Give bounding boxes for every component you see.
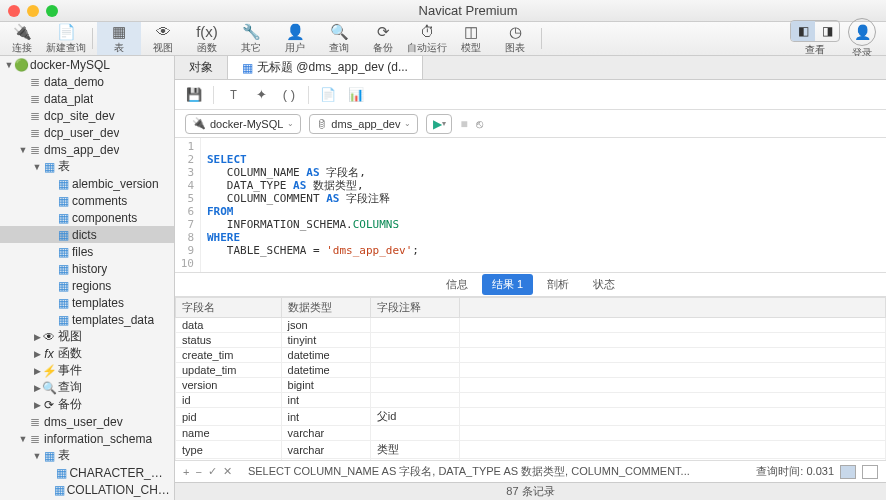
toolbar-label: 用户 <box>285 41 305 55</box>
col-header[interactable]: 字段注释 <box>370 298 459 318</box>
tree-node-dcp_site_dev[interactable]: ≣dcp_site_dev <box>0 107 174 124</box>
disclosure-icon[interactable]: ▼ <box>18 145 28 155</box>
server-combo[interactable]: 🔌 docker-MySQL⌄ <box>185 114 301 134</box>
sql-editor[interactable]: 12345678910 SELECT COLUMN_NAME AS 字段名, D… <box>175 138 886 273</box>
chart-icon[interactable]: 📊 <box>347 86 365 104</box>
table-row[interactable]: namevarchar <box>176 426 886 441</box>
tree-node-dms_app_dev[interactable]: ▼≣dms_app_dev <box>0 141 174 158</box>
toolbar-表[interactable]: ▦表 <box>97 22 141 55</box>
toolbar-用户[interactable]: 👤用户 <box>273 22 317 55</box>
tree-node-docker-MySQL[interactable]: ▼🟢docker-MySQL <box>0 56 174 73</box>
disclosure-icon[interactable]: ▼ <box>4 60 14 70</box>
tab-info[interactable]: 信息 <box>436 274 478 295</box>
col-header[interactable]: 字段名 <box>176 298 282 318</box>
tree-node-data_demo[interactable]: ≣data_demo <box>0 73 174 90</box>
col-header[interactable]: 数据类型 <box>281 298 370 318</box>
toolbar-备份[interactable]: ⟳备份 <box>361 22 405 55</box>
tab-status[interactable]: 状态 <box>583 274 625 295</box>
disclosure-icon[interactable]: ▼ <box>18 434 28 444</box>
stop-button[interactable]: ■ <box>460 117 467 131</box>
tab-query[interactable]: ▦ 无标题 @dms_app_dev (d... <box>228 56 423 79</box>
tree-node-CHARACTER_SETS[interactable]: ▦CHARACTER_SETS <box>0 464 174 481</box>
tree-node-事件[interactable]: ▶⚡事件 <box>0 362 174 379</box>
explain-button[interactable]: ⎋ <box>476 117 483 131</box>
save-icon[interactable]: 💾 <box>185 86 203 104</box>
tree-node-dcp_user_dev[interactable]: ≣dcp_user_dev <box>0 124 174 141</box>
tree-node-dicts[interactable]: ▦dicts <box>0 226 174 243</box>
panel-left-icon[interactable]: ◧ <box>791 21 815 41</box>
form-view-icon[interactable] <box>862 465 878 479</box>
toolbar-label: 视图 <box>153 41 173 55</box>
toolbar-自动运行[interactable]: ⏱自动运行 <box>405 22 449 55</box>
indent-icon[interactable]: Ｔ <box>224 86 242 104</box>
toolbar-label: 图表 <box>505 41 525 55</box>
toolbar-查询[interactable]: 🔍查询 <box>317 22 361 55</box>
grid-view-icon[interactable] <box>840 465 856 479</box>
toolbar-模型[interactable]: ◫模型 <box>449 22 493 55</box>
toolbar-视图[interactable]: 👁视图 <box>141 22 185 55</box>
table-row[interactable]: pidint父id <box>176 408 886 426</box>
toolbar-其它[interactable]: 🔧其它 <box>229 22 273 55</box>
tree-node-表[interactable]: ▼▦表 <box>0 158 174 175</box>
statusbar-sql: SELECT COLUMN_NAME AS 字段名, DATA_TYPE AS … <box>248 464 740 479</box>
table-row[interactable]: datajson <box>176 318 886 333</box>
tree-node-comments[interactable]: ▦comments <box>0 192 174 209</box>
toolbar-图表[interactable]: ◷图表 <box>493 22 537 55</box>
disclosure-icon[interactable]: ▶ <box>32 383 42 393</box>
tree-node-dms_user_dev[interactable]: ≣dms_user_dev <box>0 413 174 430</box>
node-label: information_schema <box>44 432 152 446</box>
tree-node-视图[interactable]: ▶👁视图 <box>0 328 174 345</box>
db-combo[interactable]: 🛢 dms_app_dev⌄ <box>309 114 418 134</box>
table-row[interactable]: typevarchar类型 <box>176 441 886 459</box>
tree-node-alembic_version[interactable]: ▦alembic_version <box>0 175 174 192</box>
tree-node-templates[interactable]: ▦templates <box>0 294 174 311</box>
disclosure-icon[interactable]: ▼ <box>32 162 42 172</box>
panel-right-icon[interactable]: ◨ <box>815 21 839 41</box>
tree-node-regions[interactable]: ▦regions <box>0 277 174 294</box>
close-window-icon[interactable] <box>8 5 20 17</box>
tree-node-components[interactable]: ▦components <box>0 209 174 226</box>
disclosure-icon[interactable]: ▶ <box>32 400 42 410</box>
disclosure-icon[interactable]: ▶ <box>32 366 42 376</box>
run-button[interactable]: ▶▾ <box>426 114 452 134</box>
tab-result[interactable]: 结果 1 <box>482 274 533 295</box>
tab-bar: 对象 ▦ 无标题 @dms_app_dev (d... <box>175 56 886 80</box>
toolbar-连接[interactable]: 🔌连接 <box>0 22 44 55</box>
table-row[interactable]: update_timdatetime <box>176 363 886 378</box>
tree-node-files[interactable]: ▦files <box>0 243 174 260</box>
table-row[interactable]: create_timdatetime <box>176 348 886 363</box>
login-button[interactable]: 👤 <box>848 18 876 46</box>
tree-node-data_plat[interactable]: ≣data_plat <box>0 90 174 107</box>
tree-node-history[interactable]: ▦history <box>0 260 174 277</box>
tab-objects[interactable]: 对象 <box>175 56 228 79</box>
toolbar-新建查询[interactable]: 📄新建查询 <box>44 22 88 55</box>
format-icon[interactable]: ✦ <box>252 86 270 104</box>
tree-node-备份[interactable]: ▶⟳备份 <box>0 396 174 413</box>
chevron-down-icon: ⌄ <box>404 119 411 128</box>
disclosure-icon[interactable]: ▶ <box>32 332 42 342</box>
add-row-icon[interactable]: + <box>183 466 189 478</box>
max-window-icon[interactable] <box>46 5 58 17</box>
tree-node-information_schema[interactable]: ▼≣information_schema <box>0 430 174 447</box>
toolbar-函数[interactable]: f(x)函数 <box>185 22 229 55</box>
view-toggle[interactable]: ◧◨ <box>790 20 840 42</box>
table-row[interactable]: idint <box>176 393 886 408</box>
tree-node-函数[interactable]: ▶fx函数 <box>0 345 174 362</box>
table-row[interactable]: statustinyint <box>176 333 886 348</box>
table-row[interactable]: versionbigint <box>176 378 886 393</box>
result-grid[interactable]: 字段名数据类型字段注释datajsonstatustinyintcreate_t… <box>175 297 886 460</box>
tree-node-查询[interactable]: ▶🔍查询 <box>0 379 174 396</box>
main-pane: 对象 ▦ 无标题 @dms_app_dev (d... 💾 Ｔ ✦ ( ) 📄 … <box>175 56 886 500</box>
paren-icon[interactable]: ( ) <box>280 86 298 104</box>
tab-analyze[interactable]: 剖析 <box>537 274 579 295</box>
cancel-icon[interactable]: ✕ <box>223 465 232 478</box>
disclosure-icon[interactable]: ▶ <box>32 349 42 359</box>
min-window-icon[interactable] <box>27 5 39 17</box>
export-icon[interactable]: 📄 <box>319 86 337 104</box>
tree-node-表[interactable]: ▼▦表 <box>0 447 174 464</box>
tree-node-COLLATION_CHARAC...[interactable]: ▦COLLATION_CHARAC... <box>0 481 174 498</box>
disclosure-icon[interactable]: ▼ <box>32 451 42 461</box>
commit-icon[interactable]: ✓ <box>208 465 217 478</box>
del-row-icon[interactable]: − <box>195 466 201 478</box>
tree-node-templates_data[interactable]: ▦templates_data <box>0 311 174 328</box>
